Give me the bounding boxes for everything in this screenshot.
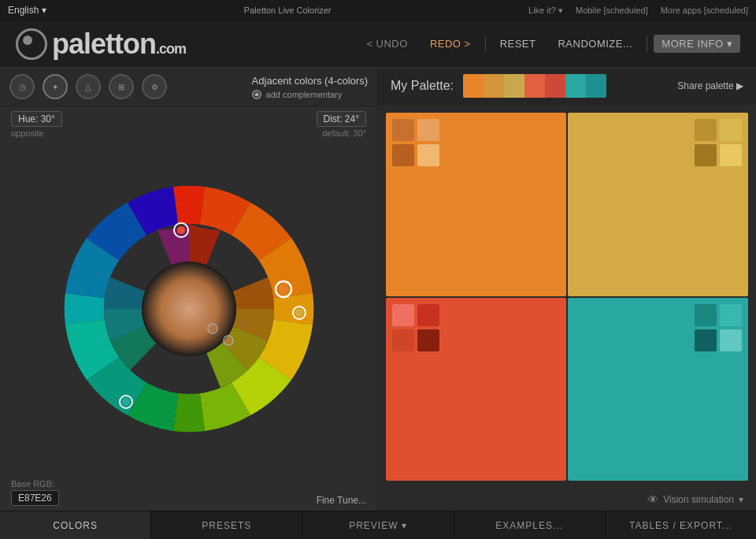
- bottom-tabs: COLORS PRESETS PREVIEW ▾ EXAMPLES... TAB…: [0, 511, 756, 539]
- swatch-5[interactable]: [545, 74, 565, 98]
- hue-display: Hue: 30° opposite: [11, 111, 62, 138]
- divider: [485, 36, 486, 52]
- color-cell-red[interactable]: [386, 298, 566, 481]
- more-info-button[interactable]: MORE INFO ▾: [654, 35, 740, 53]
- share-palette-button[interactable]: Share palette ▶: [677, 80, 743, 91]
- base-rgb-area: Base RGB: E87E26: [11, 479, 59, 506]
- tab-colors[interactable]: COLORS: [0, 511, 151, 539]
- swatch-6[interactable]: [565, 74, 586, 98]
- left-panel: ◷ ✦ △ ⊞ ⚙ Adjacent colors (4-colors) add…: [0, 68, 378, 511]
- swatch-2[interactable]: [484, 74, 504, 98]
- scheme-title: Adjacent colors (4-colors): [252, 75, 368, 87]
- svg-point-2: [142, 262, 236, 356]
- controls-bar: ◷ ✦ △ ⊞ ⚙ Adjacent colors (4-colors) add…: [0, 68, 377, 106]
- randomize-button[interactable]: RANDOMIZE...: [550, 35, 640, 53]
- language-selector[interactable]: English ▾: [8, 5, 46, 16]
- logo-text: paletton.com: [52, 28, 186, 61]
- scheme-sub: add complementary: [252, 90, 368, 99]
- logo-area: paletton.com: [16, 28, 358, 61]
- svg-point-11: [240, 321, 248, 329]
- mobile-label: Mobile [scheduled]: [576, 6, 648, 15]
- inner-swatch[interactable]: [720, 329, 742, 351]
- svg-point-13: [177, 226, 185, 234]
- color-cell-yellow[interactable]: [568, 113, 748, 296]
- divider: [647, 36, 647, 52]
- palette-bar: My Palette: Share palette ▶: [378, 68, 756, 105]
- inner-swatches-red: [392, 304, 439, 351]
- palette-swatches: [463, 74, 606, 98]
- hue-value: Hue: 30°: [11, 111, 62, 127]
- color-grid: [378, 105, 756, 489]
- svg-point-15: [122, 398, 130, 406]
- inner-swatch[interactable]: [720, 144, 742, 166]
- dist-display: Dist: 24° default: 30°: [317, 111, 366, 138]
- swatch-7[interactable]: [586, 74, 606, 98]
- scheme-info: Adjacent colors (4-colors) add complemen…: [252, 75, 368, 99]
- palette-label: My Palette:: [391, 79, 454, 93]
- swatch-1[interactable]: [463, 74, 484, 98]
- inner-swatch[interactable]: [392, 329, 414, 351]
- tab-examples[interactable]: EXAMPLES...: [454, 511, 606, 539]
- svg-point-6: [295, 309, 303, 317]
- inner-swatches-orange: [392, 119, 439, 166]
- dist-value: Dist: 24°: [317, 111, 366, 127]
- vision-bar: 👁 Vision simulation ▾: [378, 489, 756, 511]
- chevron-down-icon: ▾: [727, 38, 733, 50]
- swatch-4[interactable]: [524, 74, 545, 98]
- like-btn[interactable]: Like it? ▾: [528, 6, 563, 16]
- inner-swatch[interactable]: [417, 304, 439, 326]
- inner-swatch[interactable]: [392, 119, 414, 141]
- toolbar: < UNDO REDO > RESET RANDOMIZE... MORE IN…: [358, 35, 740, 53]
- inner-swatch[interactable]: [392, 144, 414, 166]
- redo-button[interactable]: REDO >: [422, 35, 479, 53]
- color-cell-teal[interactable]: [568, 298, 748, 481]
- inner-swatch[interactable]: [720, 119, 742, 141]
- tab-presets[interactable]: PRESETS: [151, 511, 302, 539]
- svg-point-8: [209, 325, 216, 332]
- top-nav: English ▾ Paletton Live Colorizer Like i…: [0, 0, 756, 20]
- site-title: Paletton Live Colorizer: [46, 6, 528, 15]
- inner-swatch[interactable]: [417, 329, 439, 351]
- logo-icon: [16, 28, 47, 60]
- svg-point-4: [279, 284, 288, 294]
- inner-swatches-yellow: [695, 119, 742, 166]
- scheme-mono-icon[interactable]: ◷: [9, 74, 35, 99]
- swatch-3[interactable]: [504, 74, 524, 98]
- inner-swatch[interactable]: [695, 119, 717, 141]
- main-area: ◷ ✦ △ ⊞ ⚙ Adjacent colors (4-colors) add…: [0, 68, 756, 511]
- wheel-area[interactable]: [0, 138, 377, 479]
- logo-bar: paletton.com < UNDO REDO > RESET RANDOMI…: [0, 20, 756, 68]
- undo-button[interactable]: < UNDO: [358, 35, 415, 53]
- inner-swatch[interactable]: [417, 119, 439, 141]
- color-cell-orange[interactable]: [386, 113, 566, 296]
- scheme-tetrad-icon[interactable]: ⊞: [109, 74, 134, 99]
- vision-chevron-icon: ▾: [739, 494, 743, 505]
- reset-button[interactable]: RESET: [492, 35, 544, 53]
- tab-tables-export[interactable]: TABLES / EXPORT...: [606, 511, 756, 539]
- inner-swatch[interactable]: [417, 144, 439, 166]
- color-wheel[interactable]: [55, 175, 323, 443]
- vision-label: Vision simulation: [663, 494, 734, 505]
- hue-sublabel: opposite: [11, 128, 62, 138]
- language-label: English: [8, 5, 39, 16]
- scheme-adjacent-icon[interactable]: ✦: [43, 74, 68, 99]
- nav-right: Like it? ▾ Mobile [scheduled] More apps …: [528, 6, 748, 16]
- inner-swatch[interactable]: [695, 304, 717, 326]
- inner-swatch[interactable]: [720, 304, 742, 326]
- radio-button[interactable]: [252, 90, 261, 99]
- dist-sublabel: default: 30°: [317, 128, 366, 138]
- base-rgb-label: Base RGB:: [11, 479, 59, 489]
- svg-point-10: [225, 337, 232, 344]
- inner-swatch[interactable]: [392, 304, 414, 326]
- eye-icon: 👁: [647, 493, 658, 506]
- inner-swatch[interactable]: [695, 144, 717, 166]
- base-rgb-value[interactable]: E87E26: [11, 490, 59, 506]
- more-apps-label: More apps [scheduled]: [661, 6, 748, 15]
- fine-tune-btn[interactable]: Fine Tune...: [317, 495, 366, 506]
- scheme-settings-icon[interactable]: ⚙: [142, 74, 167, 99]
- right-panel: My Palette: Share palette ▶: [378, 68, 756, 511]
- scheme-triad-icon[interactable]: △: [76, 74, 101, 99]
- inner-swatches-teal: [695, 304, 742, 351]
- inner-swatch[interactable]: [695, 329, 717, 351]
- tab-preview[interactable]: PREVIEW ▾: [302, 511, 454, 539]
